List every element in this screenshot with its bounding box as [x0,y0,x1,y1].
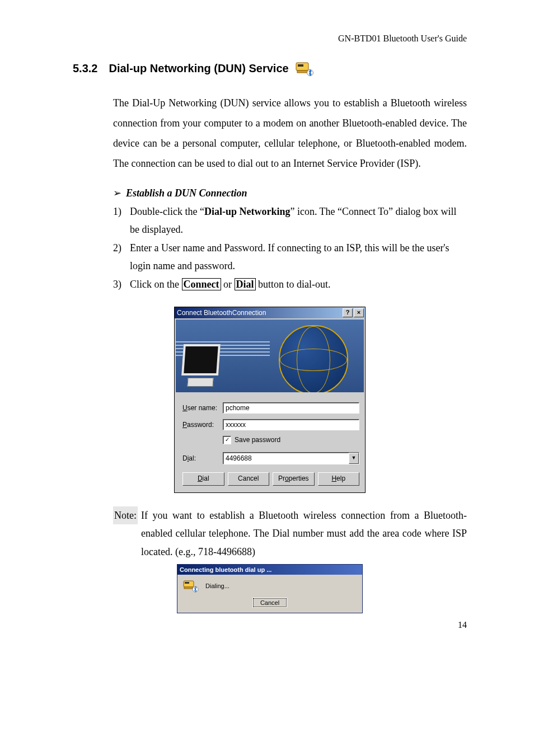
list-item: 3) Click on the Connect or Dial button t… [113,275,467,293]
progress-body: Dialing... [177,575,362,595]
list-text: Double-click the “Dial-up Networking” ic… [130,203,467,239]
note-label: Note: [113,506,138,524]
combo-arrow-icon[interactable]: ▼ [349,453,359,464]
dialog-titlebar: Connect BluetoothConnection ? × [175,307,365,318]
section-heading: 5.3.2 Dial-up Networking (DUN) Service [73,60,467,76]
list-item: 2) Enter a User name and Password. If co… [113,239,467,275]
cancel-button[interactable]: Cancel [228,472,270,486]
username-input[interactable]: pchome [223,402,359,414]
progress-status: Dialing... [205,583,229,589]
monitor-icon [182,344,218,389]
dialog-button-row: Dial Cancel Properties Help [182,472,359,486]
username-row: User name: pchome [182,402,359,414]
username-label: User name: [182,404,223,412]
dial-box-label: Dial [235,278,256,290]
connect-box-label: Connect [182,278,221,290]
svg-rect-2 [297,71,307,73]
numbered-list: 1) Double-click the “Dial-up Networking”… [113,203,467,293]
svg-rect-6 [184,587,193,589]
save-password-checkbox[interactable]: ✓ [223,436,231,444]
note-text: If you want to establish a Bluetooth wir… [141,506,467,561]
modem-bluetooth-icon [296,60,313,76]
dialog-banner [176,320,364,392]
subheading-row: ➢ Establish a DUN Connection [113,187,467,199]
list-number: 2) [113,239,130,275]
modem-bluetooth-icon [183,579,199,593]
page-number: 14 [458,620,467,630]
dial-row: Dial: 4496688 ▼ [182,452,359,464]
dial-combo[interactable]: 4496688 ▼ [223,452,359,464]
intro-paragraph: The Dial-Up Networking (DUN) service all… [113,93,467,173]
dial-button[interactable]: Dial [182,472,224,486]
svg-rect-5 [185,582,189,584]
progress-title: Connecting bluetooth dial up ... [177,565,362,575]
save-password-row: ✓ Save password [223,436,359,444]
help-button[interactable]: Help [318,472,360,486]
svg-rect-4 [184,581,194,587]
dialog-form: User name: pchome Password: xxxxxx ✓ Sav… [175,393,365,492]
arrow-icon: ➢ [113,187,121,199]
dial-value[interactable]: 4496688 [223,454,349,462]
progress-cancel-button[interactable]: Cancel [253,598,287,607]
note-block: Note: If you want to establish a Bluetoo… [113,506,467,561]
help-titlebar-button[interactable]: ? [343,308,353,317]
progress-dialog: Connecting bluetooth dial up ... Dialing… [177,564,363,613]
dial-label: Dial: [182,454,223,462]
section-number: 5.3.2 [73,62,97,75]
globe-icon [279,325,348,392]
list-number: 1) [113,203,130,239]
list-number: 3) [113,275,130,293]
list-text: Enter a User name and Password. If conne… [130,239,467,275]
properties-button[interactable]: Properties [273,472,315,486]
close-titlebar-button[interactable]: × [354,308,364,317]
dialog-title: Connect BluetoothConnection [177,309,341,317]
section-title: Dial-up Networking (DUN) Service [109,62,288,75]
running-header: GN-BTD01 Bluetooth User's Guide [73,34,467,44]
svg-rect-1 [298,64,303,67]
subheading-text: Establish a DUN Connection [126,187,247,199]
password-label: Password: [182,421,223,429]
progress-button-row: Cancel [177,595,362,613]
list-item: 1) Double-click the “Dial-up Networking”… [113,203,467,239]
document-page: GN-BTD01 Bluetooth User's Guide 5.3.2 Di… [0,0,534,647]
password-input[interactable]: xxxxxx [223,419,359,430]
list-text: Click on the Connect or Dial button to d… [130,275,467,293]
save-password-label: Save password [235,436,280,444]
password-row: Password: xxxxxx [182,419,359,430]
connect-dialog: Connect BluetoothConnection ? × User nam… [174,307,366,493]
